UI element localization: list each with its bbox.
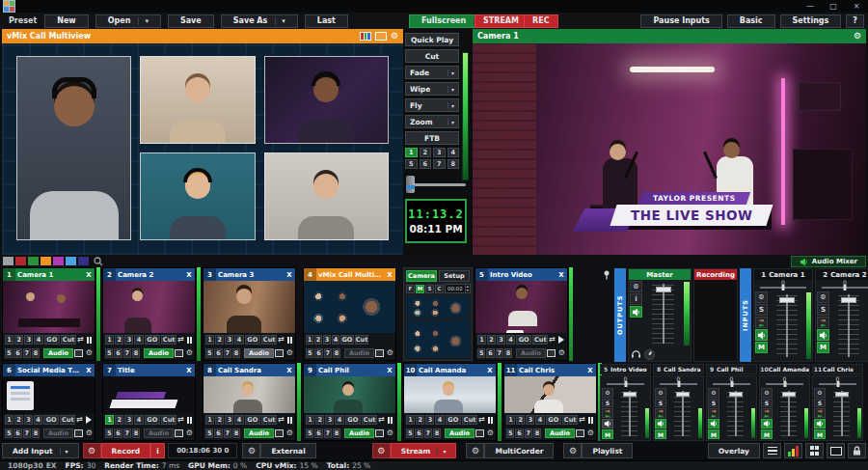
overlay-5-button[interactable]: 5	[105, 429, 113, 438]
audio-toggle-button[interactable]: Audio	[144, 429, 173, 438]
audio-toggle-button[interactable]: Audio	[144, 348, 173, 358]
input-header[interactable]: 2 Camera 2 X	[103, 268, 195, 281]
colorbars-icon[interactable]	[360, 32, 371, 41]
audio-toggle-button[interactable]: Audio	[244, 348, 273, 358]
loop-icon[interactable]: ⇄	[278, 416, 285, 424]
pause-icon[interactable]	[187, 417, 192, 424]
overlay-7-button[interactable]: 7	[123, 348, 131, 358]
rec-status-button[interactable]: REC	[524, 14, 558, 28]
overlay-7-button[interactable]: 7	[23, 348, 31, 358]
overlay-5-button[interactable]: 5	[5, 348, 13, 358]
basic-button[interactable]: Basic	[727, 14, 775, 28]
input-thumbnail[interactable]	[103, 376, 195, 413]
overlay-5-button[interactable]: 5	[406, 429, 414, 438]
overlay-6-button[interactable]: 6	[114, 429, 122, 438]
overlay-2-button[interactable]: 2	[487, 335, 496, 345]
speaker-icon[interactable]	[630, 306, 642, 318]
fullscreen-output-icon[interactable]	[547, 349, 556, 357]
pan-slider[interactable]: 0	[707, 376, 756, 387]
input-header[interactable]: 10 Call Amanda X	[404, 364, 496, 376]
overlay-8-button[interactable]: 8	[232, 429, 240, 438]
audio-toggle-button[interactable]: Audio	[445, 429, 474, 438]
call-mode-button[interactable]: F	[406, 285, 415, 293]
fullscreen-output-icon[interactable]	[375, 429, 384, 437]
volume-fader[interactable]	[667, 387, 697, 440]
loop-icon[interactable]: ⇄	[77, 336, 84, 344]
overlay-6-button[interactable]: 6	[515, 429, 523, 438]
input-thumbnail[interactable]	[3, 376, 95, 413]
overlay-8-button[interactable]: 8	[132, 348, 140, 358]
go-button[interactable]: GO	[345, 415, 361, 425]
stream-status-button[interactable]: STREAM	[475, 14, 528, 28]
transition-effect-button[interactable]: Fade▾	[405, 66, 459, 79]
chevron-down-icon[interactable]: ▾	[448, 69, 454, 76]
go-button[interactable]: GO	[145, 335, 160, 345]
spinner-down-icon[interactable]: ▾	[466, 289, 470, 292]
solo-button[interactable]: S	[708, 399, 719, 408]
solo-button[interactable]: S	[761, 399, 773, 408]
go-button[interactable]: GO	[446, 415, 461, 425]
mixer-channel-header[interactable]: 10Call Amanda	[759, 364, 810, 374]
call-mode-button[interactable]: M	[416, 285, 424, 293]
pause-icon[interactable]	[287, 337, 292, 344]
fullscreen-output-icon[interactable]	[175, 349, 183, 357]
mute-button[interactable]: M	[655, 429, 666, 439]
stinger-number-button[interactable]: 3	[433, 148, 446, 157]
overlay-4-button[interactable]: 4	[332, 335, 339, 345]
program-video[interactable]: TAYLOR PRESENTS THE LIVE SHOW	[473, 43, 866, 255]
transition-effect-button[interactable]: Fly▾	[405, 98, 459, 112]
bus-send-icon[interactable]: →←	[761, 408, 773, 418]
stinger-number-button[interactable]: 4	[448, 148, 460, 157]
loop-icon[interactable]: ⇄	[177, 416, 184, 424]
loop-icon[interactable]: ⇄	[478, 416, 485, 424]
gear-icon[interactable]: ⚙	[708, 388, 719, 398]
input-header[interactable]: 3 Camera 3 X	[203, 268, 295, 281]
mute-button[interactable]: M	[708, 429, 719, 439]
loop-icon[interactable]: ⇄	[549, 336, 556, 344]
call-preview-thumbnail[interactable]	[406, 295, 470, 318]
close-input-button[interactable]: X	[556, 271, 567, 279]
preview-video[interactable]	[2, 43, 403, 255]
close-button[interactable]: ×	[845, 1, 868, 13]
external-button[interactable]: External	[260, 443, 315, 458]
stinger-number-button[interactable]: 5	[405, 159, 418, 169]
close-input-button[interactable]: X	[183, 367, 195, 374]
chevron-down-icon[interactable]: ▾	[448, 102, 454, 109]
overlay-5-button[interactable]: 5	[205, 429, 213, 438]
call-duration-spinner[interactable]: 00:02 ▴▾	[445, 284, 471, 293]
go-button[interactable]: GO	[245, 335, 260, 345]
mixer-channel-header[interactable]: 5Intro Video	[600, 364, 651, 374]
go-button[interactable]: GO	[340, 335, 354, 345]
overlay-7-button[interactable]: 7	[23, 429, 31, 438]
pan-slider[interactable]: 0	[754, 280, 812, 290]
category-color-swatch[interactable]	[53, 257, 64, 265]
volume-fader[interactable]	[614, 387, 644, 440]
call-mode-button[interactable]: S	[425, 285, 434, 293]
loop-icon[interactable]: ⇄	[378, 416, 385, 424]
close-input-button[interactable]: X	[584, 367, 596, 374]
overlay-6-button[interactable]: 6	[486, 348, 494, 358]
overlay-7-button[interactable]: 7	[224, 348, 231, 358]
solo-button[interactable]: S	[602, 399, 613, 408]
bus-send-icon[interactable]: →←	[814, 408, 826, 418]
pan-slider[interactable]: 0	[813, 376, 862, 387]
overlay-6-button[interactable]: 6	[214, 429, 222, 438]
playlist-button[interactable]: Playlist	[582, 443, 633, 458]
audio-toggle-button[interactable]: Audio	[344, 429, 373, 438]
overlay-8-button[interactable]: 8	[32, 348, 40, 358]
input-header[interactable]: 4 vMix Call Multiview X	[304, 268, 395, 281]
bus-send-icon[interactable]: →←	[755, 317, 768, 328]
gear-icon[interactable]: ⚙	[487, 429, 494, 437]
overlay-7-button[interactable]: 7	[525, 429, 532, 438]
chevron-down-icon[interactable]: ▾	[60, 448, 68, 455]
overlay-4-button[interactable]: 4	[34, 335, 42, 345]
minimize-button[interactable]: —	[799, 1, 822, 13]
overlay-1-button[interactable]: 1	[105, 335, 114, 345]
overlay-5-button[interactable]: 5	[506, 429, 514, 438]
overlay-1-button[interactable]: 1	[477, 335, 486, 345]
input-thumbnail[interactable]	[304, 376, 395, 413]
play-icon[interactable]	[558, 336, 564, 344]
speaker-icon[interactable]	[761, 419, 773, 429]
record-button[interactable]: Record	[101, 443, 151, 458]
audio-toggle-button[interactable]: Audio	[43, 429, 72, 438]
